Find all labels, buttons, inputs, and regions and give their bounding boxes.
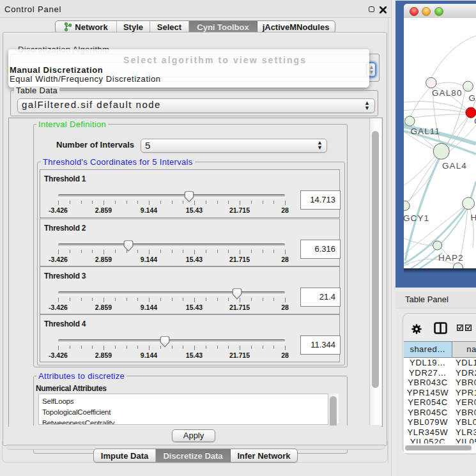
svg-text:GAL11: GAL11	[411, 127, 441, 136]
svg-text:GA: GA	[469, 93, 476, 103]
svg-text:GCY1: GCY1	[404, 213, 429, 223]
svg-text:HAP2: HAP2	[438, 253, 464, 263]
svg-text:GAL4: GAL4	[442, 161, 467, 171]
svg-text:GAL80: GAL80	[432, 88, 463, 98]
svg-text:H: H	[471, 213, 476, 222]
